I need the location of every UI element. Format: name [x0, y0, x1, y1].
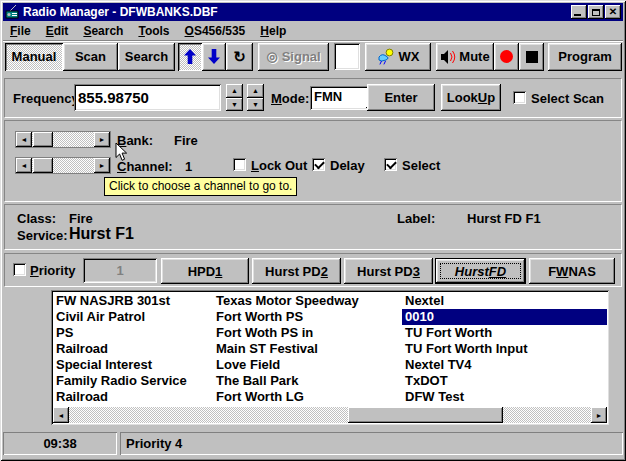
menu-edit[interactable]: Edit — [39, 22, 77, 40]
radio-manager-window: Radio Manager - DFWBANKS.DBF ✕ File Edit… — [0, 0, 626, 461]
scroll-right-icon[interactable]: ► — [94, 132, 110, 147]
spin-up-icon[interactable]: ▲ — [247, 84, 264, 98]
frequency-input[interactable] — [74, 84, 221, 111]
scroll-left-icon[interactable]: ◄ — [16, 132, 32, 147]
list-cell[interactable]: Texas Motor Speedway — [213, 293, 402, 309]
bank-button-hurst-fd[interactable]: Hurst FD — [435, 258, 526, 284]
list-row[interactable]: FW NASJRB 301st Texas Motor Speedway Nex… — [53, 293, 607, 309]
select-scan-checkbox[interactable] — [513, 91, 526, 104]
list-cell[interactable]: FW NASJRB 301st — [53, 293, 213, 309]
list-cell-selected[interactable]: 0010 — [402, 309, 607, 325]
bank-button-fwnas[interactable]: FWNAS — [529, 258, 615, 284]
mute-button[interactable]: Mute — [436, 43, 494, 71]
label-label: Label: — [397, 211, 435, 226]
wx-button[interactable]: WX — [365, 43, 431, 71]
list-cell[interactable]: Civil Air Patrol — [53, 309, 213, 325]
list-cell[interactable]: Fort Worth PS — [213, 309, 402, 325]
signal-icon: ◎ — [266, 49, 277, 64]
select-checkbox[interactable] — [384, 158, 397, 171]
bank-button-hurst-pd3[interactable]: Hurst PD3 — [344, 258, 433, 284]
status-time-panel: 09:38 — [3, 432, 117, 455]
frequency-label: Frequency: — [13, 91, 83, 106]
bank-button-hpd1[interactable]: HPD 1 — [161, 258, 249, 284]
list-cell[interactable]: Family Radio Service — [53, 373, 213, 389]
priority-label: Priority — [30, 263, 76, 278]
list-row[interactable]: PS Fort Woth PS in TU Fort Worth — [53, 325, 607, 341]
menu-os456-535[interactable]: OS456/535 — [178, 22, 254, 40]
signal-button: ◎Signal — [258, 43, 329, 71]
search-button[interactable]: Search — [118, 43, 175, 71]
menu-help[interactable]: Help — [253, 22, 294, 40]
channel-value: 1 — [185, 159, 192, 174]
step-up-button[interactable] — [178, 43, 202, 71]
priority-value-field: 1 — [83, 258, 157, 283]
look-up-button[interactable]: Look Up — [441, 84, 501, 111]
list-cell[interactable]: Railroad — [53, 341, 213, 357]
close-button[interactable]: ✕ — [605, 5, 621, 19]
priority-checkbox[interactable] — [13, 263, 26, 276]
app-icon — [5, 5, 19, 19]
list-row[interactable]: Railroad Main ST Festival TU Fort Worth … — [53, 341, 607, 357]
list-cell[interactable]: Fort Woth PS in — [213, 325, 402, 341]
channel-scrollbar-thumb[interactable] — [33, 158, 53, 173]
menu-file[interactable]: File — [3, 22, 39, 40]
bank-value: Fire — [174, 133, 198, 148]
list-cell[interactable]: Love Field — [213, 357, 402, 373]
refresh-button[interactable]: ↻ — [226, 43, 253, 71]
program-button[interactable]: Program — [548, 43, 622, 71]
list-scrollbar-thumb[interactable] — [348, 407, 503, 423]
scan-button[interactable]: Scan — [63, 43, 118, 71]
list-cell[interactable]: PS — [53, 325, 213, 341]
lock-out-checkbox[interactable] — [233, 158, 246, 171]
scroll-left-icon[interactable]: ◄ — [16, 158, 32, 173]
list-horizontal-scrollbar[interactable]: ◄ ► — [53, 407, 607, 423]
scroll-right-icon[interactable]: ► — [591, 407, 607, 423]
list-row[interactable]: Railroad Fort Worth LG DFW Test — [53, 389, 607, 405]
scroll-right-icon[interactable]: ► — [94, 158, 110, 173]
mouse-cursor-icon — [115, 142, 128, 165]
mute-label: Mute — [459, 49, 489, 64]
bank-scrollbar-thumb[interactable] — [33, 132, 53, 147]
list-cell[interactable]: Railroad — [53, 389, 213, 405]
spin-down-icon[interactable]: ▼ — [247, 98, 264, 112]
maximize-icon — [592, 9, 600, 16]
menu-tools[interactable]: Tools — [131, 22, 177, 40]
spin-down-icon[interactable]: ▼ — [226, 98, 243, 112]
down-arrow-icon — [208, 49, 220, 64]
manual-button[interactable]: Manual — [5, 43, 63, 71]
record-button[interactable] — [494, 43, 519, 71]
spin-up-icon[interactable]: ▲ — [226, 84, 243, 98]
step-down-button[interactable] — [202, 43, 226, 71]
bank-button-hurst-pd2[interactable]: Hurst PD2 — [252, 258, 341, 284]
list-cell[interactable]: Fort Worth LG — [213, 389, 402, 405]
list-cell[interactable]: The Ball Park — [213, 373, 402, 389]
scroll-left-icon[interactable]: ◄ — [53, 407, 69, 423]
channel-scrollbar[interactable]: ◄ ► — [15, 157, 111, 174]
minimize-button[interactable] — [571, 5, 587, 19]
list-cell[interactable]: DFW Test — [402, 389, 607, 405]
service-value: Hurst F1 — [69, 225, 134, 243]
stop-button[interactable] — [519, 43, 544, 71]
delay-checkbox[interactable] — [312, 158, 325, 171]
list-cell[interactable]: Main ST Festival — [213, 341, 402, 357]
lock-out-label: Lock Out — [251, 158, 307, 173]
list-row[interactable]: Civil Air Patrol Fort Worth PS 0010 — [53, 309, 607, 325]
list-cell[interactable]: TU Fort Worth — [402, 325, 607, 341]
menu-search[interactable]: Search — [76, 22, 131, 40]
list-cell[interactable]: Special Interest — [53, 357, 213, 373]
channel-list: FW NASJRB 301st Texas Motor Speedway Nex… — [51, 290, 609, 425]
record-icon — [500, 50, 513, 63]
class-label: Class: — [17, 211, 56, 226]
enter-button[interactable]: Enter — [367, 84, 435, 111]
list-cell[interactable]: Nextel TV4 — [402, 357, 607, 373]
status-message-panel: Priority 4 — [120, 432, 623, 455]
bank-scrollbar[interactable]: ◄ ► — [15, 131, 111, 148]
signal-indicator — [334, 43, 360, 70]
list-cell[interactable]: Nextel — [402, 293, 607, 309]
list-cell[interactable]: TxDOT — [402, 373, 607, 389]
delay-label: Delay — [330, 158, 365, 173]
maximize-button[interactable] — [588, 5, 604, 19]
list-row[interactable]: Special Interest Love Field Nextel TV4 — [53, 357, 607, 373]
list-cell[interactable]: TU Fort Worth Input — [402, 341, 607, 357]
list-row[interactable]: Family Radio Service The Ball Park TxDOT — [53, 373, 607, 389]
